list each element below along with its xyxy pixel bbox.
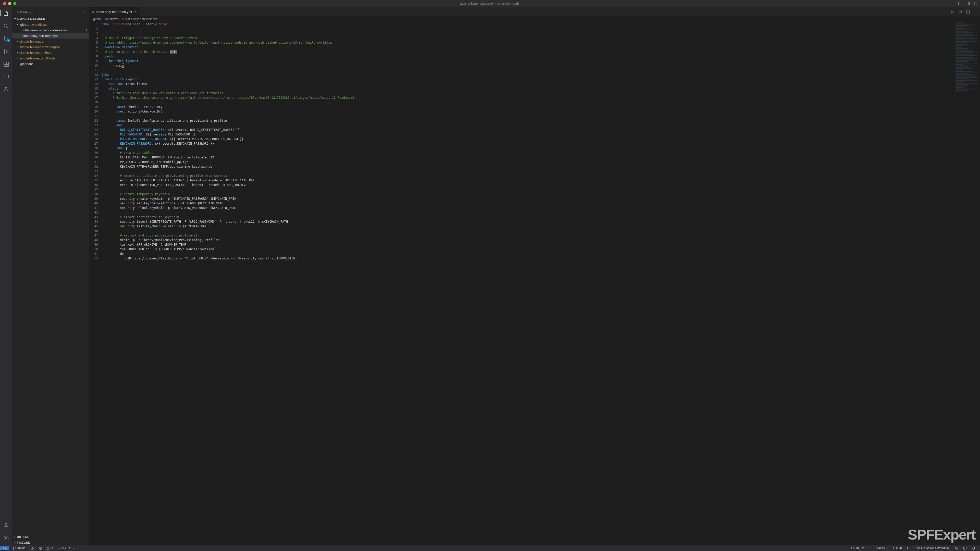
- maximize-window[interactable]: [13, 2, 16, 5]
- branch-name: main*: [18, 546, 25, 550]
- error-icon: [39, 546, 43, 550]
- explorer-activity[interactable]: [0, 9, 12, 17]
- tree-item[interactable]: simple-hn-readerUITests: [12, 56, 89, 61]
- scm-activity[interactable]: 1: [0, 35, 12, 43]
- tree-item[interactable]: simple-hn-reader: [12, 38, 89, 44]
- scm-badge: 1: [6, 39, 10, 42]
- account-icon: [3, 522, 9, 529]
- tree-item[interactable]: .github / workflows: [12, 22, 89, 27]
- svg-point-11: [4, 37, 5, 38]
- branch-icon: [13, 546, 16, 550]
- minimap[interactable]: [955, 22, 980, 545]
- svg-rect-19: [4, 75, 8, 78]
- gear-icon: [3, 535, 9, 541]
- split-editor-icon[interactable]: [966, 10, 970, 14]
- tree-item[interactable]: .gitignore: [12, 61, 89, 67]
- panel-bottom-icon[interactable]: [958, 2, 962, 6]
- outline-label: OUTLINE: [17, 535, 29, 538]
- close-window[interactable]: [3, 2, 6, 5]
- vim-mode: -- INSERT --: [57, 546, 76, 550]
- svg-rect-0: [951, 2, 954, 5]
- panel-left-icon[interactable]: [950, 2, 955, 6]
- svg-point-12: [4, 40, 5, 41]
- close-icon: [134, 10, 137, 14]
- svg-rect-4: [966, 2, 969, 5]
- extensions-activity[interactable]: [0, 60, 12, 68]
- svg-line-10: [7, 27, 8, 28]
- svg-rect-15: [4, 62, 6, 64]
- sidebar-title: EXPLORER ⋯: [12, 7, 89, 16]
- more-actions-icon[interactable]: ⋯: [974, 10, 977, 14]
- svg-marker-27: [952, 11, 954, 13]
- tab-active[interactable]: ⚙ static-only-non-main.yml: [89, 7, 140, 16]
- run-debug-icon[interactable]: [958, 10, 963, 14]
- cursor-position[interactable]: Ln 10, Col 13: [850, 546, 870, 550]
- explorer-more-icon[interactable]: ⋯: [83, 10, 86, 13]
- activity-bar: 1: [0, 7, 12, 545]
- titlebar-actions: [950, 2, 977, 6]
- svg-rect-2: [959, 2, 962, 5]
- remote-icon: [3, 74, 9, 80]
- file-tree: .github / workflowsfull-scan-on-pr-and-r…: [12, 22, 89, 534]
- mode-text: -- INSERT --: [58, 546, 75, 550]
- bell-icon[interactable]: [971, 546, 977, 550]
- accounts-activity[interactable]: [0, 521, 12, 530]
- tree-item[interactable]: simple-hn-reader.xcodeproj: [12, 44, 89, 50]
- debug-icon: [3, 48, 9, 55]
- encoding[interactable]: UTF-8: [892, 546, 903, 550]
- svg-point-39: [48, 549, 48, 549]
- outline-header[interactable]: OUTLINE: [12, 534, 89, 540]
- svg-marker-28: [959, 11, 961, 13]
- code-content[interactable]: name: "Build and scan - static only" on:…: [102, 22, 980, 545]
- editor-area: ⚙ static-only-non-main.yml ⋯ .github › w…: [89, 7, 980, 545]
- svg-marker-14: [5, 49, 8, 54]
- breadcrumb-seg[interactable]: workflows: [105, 17, 118, 21]
- remote-activity[interactable]: [0, 73, 12, 81]
- eol[interactable]: LF: [906, 546, 912, 550]
- timeline-label: TIMELINE: [17, 541, 30, 544]
- prettier-icon[interactable]: [953, 546, 959, 550]
- error-count: 0: [44, 546, 45, 550]
- search-icon: [3, 23, 9, 29]
- chevron-icon: ›: [103, 17, 103, 21]
- run-debug-activity[interactable]: [0, 48, 12, 56]
- svg-point-24: [5, 537, 7, 539]
- sidebar: EXPLORER ⋯ SIMPLE-HN-READER .github / wo…: [12, 7, 89, 545]
- remote-indicator[interactable]: [0, 546, 9, 550]
- settings-activity[interactable]: [0, 534, 12, 542]
- files-icon: [3, 10, 9, 16]
- breadcrumb[interactable]: .github › workflows › ⚙ static-only-non-…: [89, 16, 980, 22]
- timeline-header[interactable]: TIMELINE: [12, 540, 89, 545]
- code-editor[interactable]: 1234567891011121314151617181920212223242…: [89, 22, 980, 545]
- svg-rect-17: [4, 65, 6, 67]
- search-activity[interactable]: [0, 22, 12, 30]
- breadcrumb-seg[interactable]: static-only-non-main.yml: [125, 17, 158, 21]
- panel-right-icon[interactable]: [966, 2, 970, 6]
- tree-item[interactable]: full-scan-on-pr-and-release.ymlU: [12, 27, 89, 33]
- tree-item[interactable]: simple-hn-readerTests: [12, 50, 89, 56]
- svg-point-23: [5, 524, 7, 526]
- yaml-file-icon: ⚙: [121, 17, 124, 21]
- sync-indicator[interactable]: [29, 546, 35, 550]
- chevron-icon: ›: [119, 17, 120, 21]
- testing-activity[interactable]: [0, 86, 12, 94]
- git-branch[interactable]: main*: [12, 546, 26, 550]
- chevron-right-icon: [13, 541, 17, 545]
- problems-indicator[interactable]: 0 0: [38, 546, 54, 550]
- line-gutter: 1234567891011121314151617181920212223242…: [89, 22, 102, 545]
- language-mode[interactable]: GitHub Actions Workflow: [915, 546, 950, 550]
- breadcrumb-seg[interactable]: .github: [92, 17, 102, 21]
- tab-close[interactable]: [134, 10, 138, 14]
- svg-point-34: [15, 547, 16, 548]
- run-icon[interactable]: [951, 10, 955, 14]
- svg-rect-18: [6, 65, 8, 67]
- tab-label: static-only-non-main.yml: [96, 10, 132, 14]
- minimize-window[interactable]: [8, 2, 11, 5]
- feedback-icon[interactable]: [962, 546, 968, 550]
- beaker-icon: [3, 87, 9, 93]
- tree-item[interactable]: static-only-non-main.yml: [12, 33, 89, 38]
- project-header[interactable]: SIMPLE-HN-READER: [12, 16, 89, 22]
- indentation[interactable]: Spaces: 2: [873, 546, 889, 550]
- customize-layout-icon[interactable]: [974, 2, 977, 6]
- svg-rect-6: [974, 2, 977, 5]
